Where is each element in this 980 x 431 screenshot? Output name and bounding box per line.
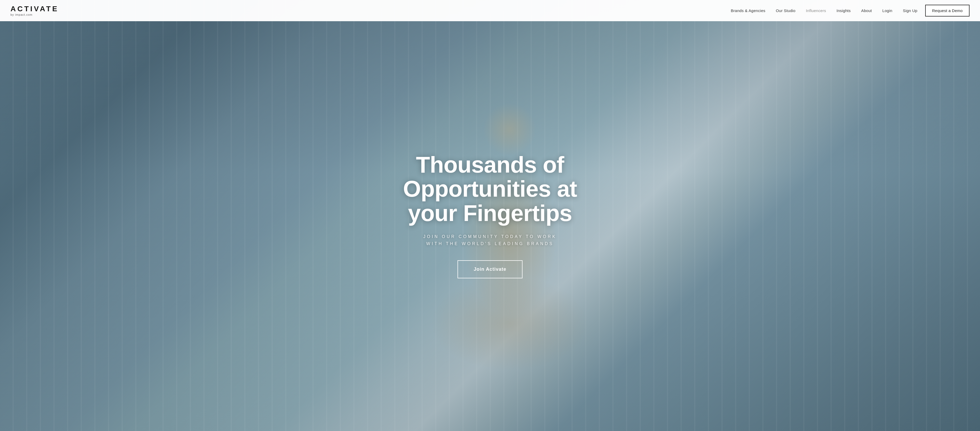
nav-item-brands-agencies: Brands & Agencies xyxy=(725,8,770,13)
nav-item-sign-up: Sign Up xyxy=(898,8,923,13)
logo-main: ACTIVATE xyxy=(11,5,59,13)
hero-title: Thousands of Opportunities at your Finge… xyxy=(377,153,603,225)
logo-link[interactable]: ACTIVATE by impact.com xyxy=(11,5,59,16)
nav-item-our-studio: Our Studio xyxy=(770,8,801,13)
request-demo-button[interactable]: Request a Demo xyxy=(925,5,969,16)
nav-item-about: About xyxy=(856,8,877,13)
logo-sub: by impact.com xyxy=(11,13,59,16)
nav-link-brands-agencies[interactable]: Brands & Agencies xyxy=(725,6,770,15)
hero-subtitle: JOIN OUR COMMUNITY TODAY TO WORKWITH THE… xyxy=(377,233,603,247)
nav-item-influencers: Influencers xyxy=(801,8,831,13)
navbar: ACTIVATE by impact.com Brands & Agencies… xyxy=(0,0,980,21)
nav-link-about[interactable]: About xyxy=(856,6,877,15)
nav-link-insights[interactable]: Insights xyxy=(831,6,856,15)
nav-item-insights: Insights xyxy=(831,8,856,13)
nav-link-sign-up[interactable]: Sign Up xyxy=(898,6,923,15)
nav-link-login[interactable]: Login xyxy=(877,6,898,15)
nav-link-our-studio[interactable]: Our Studio xyxy=(770,6,801,15)
hero-content: Thousands of Opportunities at your Finge… xyxy=(372,153,608,279)
join-activate-button[interactable]: Join Activate xyxy=(458,260,522,278)
nav-links: Brands & Agencies Our Studio Influencers… xyxy=(725,8,923,13)
nav-item-login: Login xyxy=(877,8,898,13)
hero-section: ACTIVATE by impact.com Brands & Agencies… xyxy=(0,0,980,431)
nav-link-influencers[interactable]: Influencers xyxy=(801,6,831,15)
